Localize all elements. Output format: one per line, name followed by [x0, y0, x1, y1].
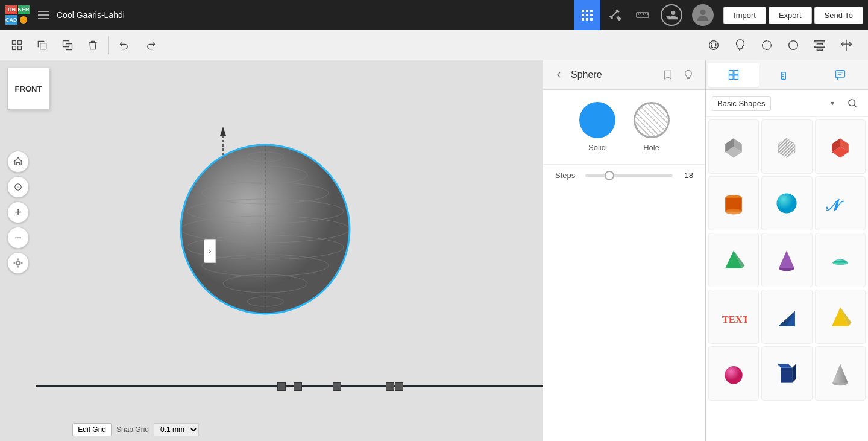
svg-rect-66: [835, 71, 844, 78]
hole-circle[interactable]: [634, 102, 670, 138]
panel-header: Sphere: [543, 60, 705, 90]
search-shapes-btn[interactable]: [843, 94, 862, 113]
export-btn[interactable]: Export: [769, 7, 812, 24]
zoom-in-btn[interactable]: +: [7, 201, 29, 223]
add-user-btn[interactable]: +: [661, 4, 682, 26]
shape-item-cylinder[interactable]: [708, 176, 759, 230]
panel-collapse-btn[interactable]: [552, 68, 566, 82]
svg-rect-2: [38, 18, 49, 19]
view-btn[interactable]: [7, 252, 29, 274]
logo[interactable]: TIN KER CAD: [0, 0, 30, 30]
text3d-icon: TEXT: [720, 303, 747, 331]
shape-item-wiggly[interactable]: 𝒩: [815, 176, 866, 230]
grey-cone-icon: [826, 360, 854, 387]
shape-item-sphere[interactable]: [761, 176, 812, 230]
solid-option[interactable]: Solid: [579, 102, 615, 152]
align-btn[interactable]: [808, 33, 832, 57]
shape-item-box-red[interactable]: [815, 119, 866, 174]
steps-section: Steps 18: [543, 164, 705, 192]
wiggly-icon: 𝒩: [826, 189, 854, 217]
shapes-grid: 𝒩: [706, 117, 868, 441]
svg-point-83: [725, 209, 742, 214]
undo-icon: [119, 39, 131, 51]
solid-circle[interactable]: [579, 102, 615, 138]
top-bar: TIN KER CAD Cool Gaaris-Lahdi: [0, 0, 868, 30]
redo-btn[interactable]: [138, 33, 162, 57]
info-btn[interactable]: [680, 66, 697, 83]
mirror-btn[interactable]: [834, 33, 858, 57]
shapes-category-dropdown[interactable]: Basic Shapes: [712, 96, 771, 111]
info-light-icon: [683, 69, 694, 80]
fit-btn[interactable]: [7, 176, 29, 198]
shape-item-green-pyramid[interactable]: [708, 233, 759, 287]
svg-text:𝒩: 𝒩: [826, 197, 845, 214]
steps-slider[interactable]: [585, 174, 673, 177]
shapes-tab-ruler[interactable]: [761, 63, 812, 87]
avatar-icon: [694, 7, 711, 24]
collapse-panel-btn[interactable]: ›: [204, 239, 216, 263]
shape-item-teal-half[interactable]: [815, 233, 866, 287]
send-to-btn[interactable]: Send To: [814, 7, 863, 24]
handle-left-2[interactable]: [294, 382, 302, 391]
light-btn[interactable]: [728, 33, 752, 57]
person-add-icon: +: [665, 8, 678, 22]
sep1: [108, 36, 109, 54]
handle-right-1[interactable]: [386, 382, 394, 391]
handle-left-1[interactable]: [277, 382, 286, 391]
shape-item-box-striped[interactable]: [761, 119, 812, 174]
svg-rect-4: [586, 10, 588, 12]
hole-label: Hole: [643, 143, 659, 152]
shape-item-text[interactable]: TEXT: [708, 290, 759, 344]
svg-rect-58: [729, 71, 734, 75]
hole-option[interactable]: Hole: [634, 102, 670, 152]
svg-point-21: [700, 10, 705, 15]
svg-point-90: [832, 261, 848, 265]
handle-right-2[interactable]: [395, 382, 403, 391]
shape-options: Solid Hole: [543, 90, 705, 164]
pentagon-icon: [760, 39, 773, 52]
duplicate-btn[interactable]: [55, 33, 80, 57]
grid-view-btn[interactable]: [574, 0, 600, 30]
shapes-tab-notes[interactable]: [815, 63, 866, 87]
yellow-pyramid-icon: [826, 303, 854, 331]
edit-grid-btn[interactable]: Edit Grid: [72, 423, 112, 436]
svg-rect-24: [18, 40, 22, 44]
shapes-btn[interactable]: [755, 33, 779, 57]
viewport[interactable]: FRONT + −: [0, 60, 542, 441]
shape-item-pink-sphere[interactable]: [708, 346, 759, 401]
user-avatar[interactable]: [692, 4, 714, 26]
bookmark-icon: [662, 69, 673, 80]
ruler-btn[interactable]: [629, 0, 656, 30]
home-btn[interactable]: [7, 151, 29, 173]
copy-btn[interactable]: [30, 33, 54, 57]
collapse-icon: [554, 70, 564, 80]
undo-btn[interactable]: [113, 33, 137, 57]
handle-center[interactable]: [333, 382, 341, 391]
shape-item-purple-cone[interactable]: [761, 233, 812, 287]
svg-point-69: [849, 100, 855, 106]
circle-btn[interactable]: [781, 33, 805, 57]
shape-item-box-grey[interactable]: [708, 119, 759, 174]
logo-tin: TIN: [5, 5, 17, 14]
bookmark-btn[interactable]: [659, 66, 676, 83]
box-striped-icon: [773, 133, 800, 160]
svg-point-29: [709, 40, 719, 49]
view-cube-btn[interactable]: [702, 33, 726, 57]
view-icon: [13, 258, 24, 268]
snap-grid-label: Snap Grid: [116, 425, 149, 434]
bottom-controls: Edit Grid Snap Grid 0.1 mm: [72, 423, 199, 436]
shape-item-yellow-pyramid[interactable]: [815, 290, 866, 344]
delete-btn[interactable]: [81, 33, 105, 57]
delete-icon: [87, 39, 99, 51]
select-btn[interactable]: [5, 33, 29, 57]
shape-item-grey-cone[interactable]: [815, 346, 866, 401]
shape-item-blue-wedge[interactable]: [761, 290, 812, 344]
import-btn[interactable]: Import: [723, 7, 766, 24]
shapes-tab-grid[interactable]: [708, 63, 759, 87]
tools-btn[interactable]: [602, 0, 628, 30]
snap-grid-dropdown[interactable]: 0.1 mm: [154, 423, 199, 436]
zoom-out-btn[interactable]: −: [7, 227, 29, 249]
shape-item-blue-prism[interactable]: [761, 346, 812, 401]
menu-icon-btn[interactable]: [30, 0, 57, 30]
svg-rect-10: [586, 18, 588, 21]
